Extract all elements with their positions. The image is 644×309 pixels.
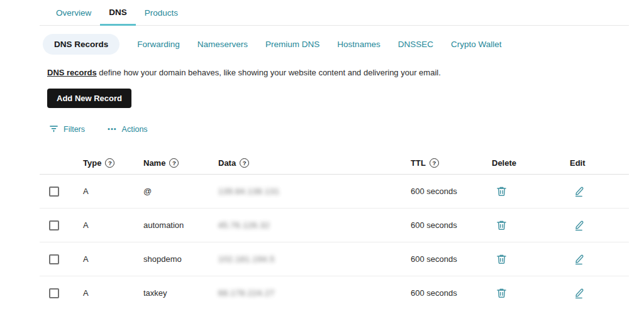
data-header-label: Data	[218, 158, 236, 168]
trash-icon	[496, 185, 508, 197]
dns-description: DNS records define how your domain behav…	[40, 68, 629, 77]
edit-record-button[interactable]	[574, 185, 586, 197]
tab-dns[interactable]: DNS	[100, 0, 136, 26]
subtab-dns-records[interactable]: DNS Records	[43, 34, 119, 55]
subtab-hostnames[interactable]: Hostnames	[337, 40, 380, 49]
dns-records-link[interactable]: DNS records	[47, 68, 97, 77]
row-checkbox[interactable]	[49, 187, 59, 197]
record-type: A	[74, 220, 134, 230]
row-checkbox[interactable]	[49, 288, 59, 298]
column-header-data: Data ?	[209, 158, 401, 168]
add-new-record-button[interactable]: Add New Record	[47, 89, 131, 108]
name-header-label: Name	[143, 158, 165, 168]
record-data-redacted: 45.76.126.32	[218, 220, 270, 230]
delete-record-button[interactable]	[496, 287, 508, 299]
subtab-nameservers[interactable]: Nameservers	[197, 40, 248, 49]
record-type: A	[74, 288, 134, 298]
tab-overview[interactable]: Overview	[47, 0, 100, 25]
tab-products[interactable]: Products	[136, 0, 187, 25]
dns-records-table: Type ? Name ? Data ? TTL ? Delete Edit	[40, 151, 629, 309]
delete-record-button[interactable]	[496, 185, 508, 197]
pencil-icon	[574, 185, 586, 197]
column-header-name: Name ?	[134, 158, 209, 168]
pencil-icon	[574, 287, 586, 299]
filters-button[interactable]: Filters	[49, 124, 85, 135]
table-row: A automation 45.76.126.32 600 seconds	[40, 209, 629, 242]
trash-icon	[496, 219, 508, 231]
column-header-type: Type ?	[74, 158, 134, 168]
record-ttl: 600 seconds	[401, 254, 482, 264]
subtab-forwarding[interactable]: Forwarding	[137, 40, 180, 49]
edit-record-button[interactable]	[574, 253, 586, 265]
record-name: taxkey	[134, 288, 209, 298]
data-help-icon[interactable]: ?	[240, 158, 249, 168]
type-header-label: Type	[83, 158, 101, 168]
table-header-row: Type ? Name ? Data ? TTL ? Delete Edit	[40, 151, 629, 175]
table-row: A @ 139.84.138.131 600 seconds	[40, 175, 629, 209]
record-data-redacted: 139.84.138.131	[218, 187, 279, 196]
record-ttl: 600 seconds	[401, 220, 482, 230]
ellipsis-icon: •••	[108, 125, 117, 133]
column-header-edit: Edit	[560, 158, 629, 168]
filter-icon	[49, 124, 58, 135]
record-data-redacted: 102.181.194.5	[218, 254, 275, 264]
dns-description-text: define how your domain behaves, like sho…	[97, 68, 441, 77]
record-name: automation	[134, 220, 209, 230]
column-header-ttl: TTL ?	[401, 158, 482, 168]
trash-icon	[496, 253, 508, 265]
ttl-help-icon[interactable]: ?	[430, 158, 439, 168]
dns-subtabs: DNS Records Forwarding Nameservers Premi…	[40, 34, 629, 55]
dns-management-page: Overview DNS Products DNS Records Forwar…	[0, 0, 644, 309]
pencil-icon	[574, 219, 586, 231]
actions-button[interactable]: ••• Actions	[108, 125, 148, 134]
row-checkbox[interactable]	[49, 220, 59, 230]
record-ttl: 600 seconds	[401, 288, 482, 298]
record-data-redacted: 68.178.224.27	[218, 288, 275, 298]
row-checkbox[interactable]	[49, 254, 59, 264]
delete-record-button[interactable]	[496, 219, 508, 231]
delete-record-button[interactable]	[496, 253, 508, 265]
record-ttl: 600 seconds	[401, 187, 482, 196]
domain-tabbar: Overview DNS Products	[40, 0, 629, 26]
record-type: A	[74, 187, 134, 196]
actions-label: Actions	[122, 125, 148, 134]
record-name: shopdemo	[134, 254, 209, 264]
name-help-icon[interactable]: ?	[169, 158, 179, 168]
subtab-premium-dns[interactable]: Premium DNS	[265, 40, 319, 49]
record-type: A	[74, 254, 134, 264]
ttl-header-label: TTL	[411, 158, 426, 168]
edit-record-button[interactable]	[574, 287, 586, 299]
trash-icon	[496, 287, 508, 299]
type-help-icon[interactable]: ?	[105, 158, 114, 168]
pencil-icon	[574, 253, 586, 265]
table-row: A shopdemo 102.181.194.5 600 seconds	[40, 242, 629, 276]
subtab-dnssec[interactable]: DNSSEC	[398, 40, 433, 49]
edit-record-button[interactable]	[574, 219, 586, 231]
column-header-delete: Delete	[482, 158, 560, 168]
filters-label: Filters	[64, 125, 85, 134]
table-row: A taxkey 68.178.224.27 600 seconds	[40, 276, 629, 309]
record-name: @	[134, 187, 209, 196]
subtab-crypto-wallet[interactable]: Crypto Wallet	[451, 40, 502, 49]
records-toolbar: Filters ••• Actions	[40, 124, 629, 135]
